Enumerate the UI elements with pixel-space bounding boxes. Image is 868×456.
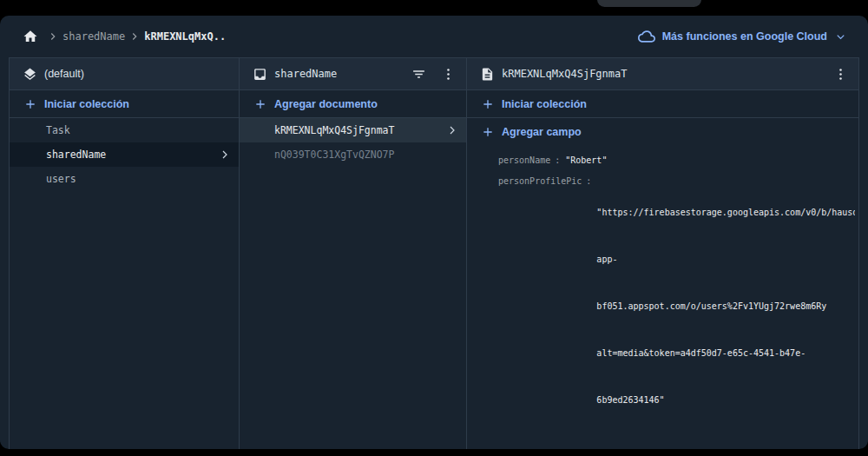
home-button[interactable] [23, 29, 38, 44]
document-field-personprofilepic: personProfilePic : "https://firebasestor… [498, 174, 855, 439]
collection-item-sharedname[interactable]: sharedName [10, 142, 239, 167]
collection-item-label: Task [46, 124, 70, 136]
cloud-icon [638, 28, 655, 45]
database-column: (default) Iniciar colección Task sharedN… [10, 58, 240, 449]
document-item-label: kRMEXNLqMxQ4SjFgnmaT [274, 124, 394, 136]
chevron-right-icon [445, 123, 459, 137]
filter-button[interactable] [407, 63, 430, 85]
field-key: personName [498, 153, 550, 169]
breadcrumb-item-current-document: kRMEXNLqMxQ.. [144, 30, 226, 43]
document-item-selected[interactable]: kRMEXNLqMxQ4SjFgnmaT [240, 118, 466, 142]
collection-item-label: sharedName [46, 149, 106, 161]
start-collection-button[interactable]: Iniciar colección [10, 90, 239, 118]
firestore-data-panel: sharedName kRMEXNLqMxQ.. Más funciones e… [0, 16, 868, 449]
chevron-down-icon [834, 30, 847, 43]
field-value-line: app- [596, 252, 855, 268]
field-value-line: bf051.appspot.com/o/users%2Fv1YUgj72rwe8… [596, 299, 855, 314]
add-field-button[interactable]: Agregar campo [467, 118, 858, 146]
chevron-right-icon [47, 30, 59, 43]
document-column: kRMEXNLqMxQ4SjFgnmaT Iniciar colección [467, 58, 858, 449]
database-column-header: (default) [10, 58, 239, 90]
field-value-line: "https://firebasestorage.googleapis.com/… [596, 205, 855, 221]
chevron-right-icon [128, 30, 141, 43]
plus-icon [481, 97, 495, 111]
start-subcollection-button[interactable]: Iniciar colección [467, 90, 858, 118]
field-value[interactable]: "Robert" [565, 153, 855, 169]
document-icon [480, 67, 495, 82]
firestore-columns: (default) Iniciar colección Task sharedN… [9, 57, 859, 449]
field-separator: : [586, 174, 591, 189]
chevron-right-icon [218, 148, 232, 162]
breadcrumb: sharedName kRMEXNLqMxQ.. Más funciones e… [0, 16, 868, 57]
home-icon [23, 29, 38, 44]
breadcrumb-item-collection[interactable]: sharedName [62, 30, 125, 43]
plus-icon [481, 125, 495, 139]
plus-icon [23, 97, 37, 111]
add-field-label: Agregar campo [502, 126, 582, 138]
document-fields: personName : "Robert" personProfilePic :… [467, 146, 858, 445]
database-selector[interactable]: (default) [44, 68, 84, 80]
google-cloud-link-label: Más funciones en Google Cloud [662, 30, 827, 43]
start-collection-label: Iniciar colección [44, 98, 129, 110]
google-cloud-link[interactable]: Más funciones en Google Cloud [638, 28, 847, 45]
document-column-header: kRMEXNLqMxQ4SjFgnmaT [467, 58, 858, 90]
collection-item-label: users [46, 173, 76, 185]
field-value-line: alt=media&token=a4df50d7-e65c-4541-b47e- [596, 346, 855, 361]
kebab-menu-icon [833, 67, 848, 82]
collection-item-users[interactable]: users [10, 167, 239, 191]
start-subcollection-label: Iniciar colección [502, 98, 587, 110]
field-key: personProfilePic [498, 174, 582, 189]
collection-item-task[interactable]: Task [10, 118, 239, 142]
top-bar [0, 0, 868, 16]
collection-title: sharedName [274, 68, 337, 80]
screen: sharedName kRMEXNLqMxQ.. Más funciones e… [0, 0, 868, 456]
document-title: kRMEXNLqMxQ4SjFgnmaT [502, 68, 628, 80]
document-item-label: nQ039T0C31XgTvQZNO7P [274, 149, 394, 161]
add-document-label: Agregar documento [274, 98, 378, 110]
field-value-line: 6b9ed2634146" [596, 393, 855, 408]
window-pill [597, 0, 701, 7]
field-separator: : [555, 153, 560, 169]
document-item[interactable]: nQ039T0C31XgTvQZNO7P [240, 142, 466, 167]
collection-menu-button[interactable] [437, 63, 459, 85]
add-document-button[interactable]: Agregar documento [240, 90, 466, 118]
collection-column-header: sharedName [240, 58, 466, 90]
collection-column: sharedName [240, 58, 467, 449]
inbox-icon [253, 67, 267, 82]
document-menu-button[interactable] [829, 63, 852, 85]
kebab-menu-icon [441, 67, 456, 82]
document-field-personname: personName : "Robert" [498, 153, 855, 169]
field-value[interactable]: "https://firebasestorage.googleapis.com/… [596, 174, 855, 439]
filter-icon [411, 67, 426, 82]
layers-icon [23, 67, 37, 82]
plus-icon [253, 97, 267, 111]
